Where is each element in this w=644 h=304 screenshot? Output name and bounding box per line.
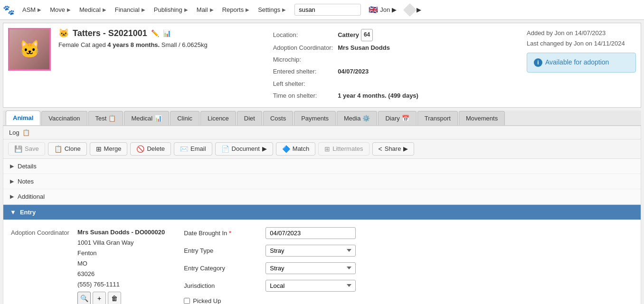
diary-icon: 📅 — [402, 115, 409, 122]
details-section-header[interactable]: ▶ Details — [3, 159, 641, 174]
user-arrow: ▶ — [392, 6, 397, 13]
merge-icon: ⊞ — [96, 145, 102, 153]
location-badge: 64 — [361, 29, 373, 41]
match-button[interactable]: 🔷 Match — [276, 142, 315, 156]
medical-icon: 📊 — [154, 115, 162, 122]
animal-header: 🐱 🐱 Tatters - S2021001 ✏️ 📊 Female Cat a… — [3, 23, 641, 108]
picked-up-label: Picked Up — [193, 297, 221, 304]
flag-icon: 🇬🇧 — [369, 5, 378, 14]
coordinator-delete-button[interactable]: 🗑 — [108, 292, 121, 304]
document-icon: 📄 — [221, 145, 229, 153]
user-name: Jon — [380, 6, 390, 13]
tab-vaccination[interactable]: Vaccination — [41, 111, 87, 125]
littermates-button[interactable]: ⊞ Littermates — [318, 142, 369, 156]
nav-publishing[interactable]: Publishing ▶ — [150, 4, 192, 15]
added-by: Added by Jon on 14/07/2023 — [527, 28, 636, 38]
clone-icon: 📋 — [54, 145, 62, 153]
tab-licence[interactable]: Licence — [200, 111, 236, 125]
save-button[interactable]: 💾 Save — [8, 142, 45, 156]
nav-financial-arrow: ▶ — [142, 7, 145, 12]
nav-settings[interactable]: Settings ▶ — [254, 4, 290, 15]
share-icon: < — [379, 145, 382, 153]
entry-fields: Date Brought In * Entry Type Stray Entry… — [184, 227, 633, 304]
nav-move-arrow: ▶ — [67, 7, 71, 12]
available-badge: i Available for adoption — [527, 53, 636, 73]
animal-info: 🐱 Tatters - S2021001 ✏️ 📊 Female Cat age… — [58, 28, 265, 48]
tab-diary[interactable]: Diary 📅 — [378, 111, 416, 125]
email-button[interactable]: ✉️ Email — [174, 142, 212, 156]
user-menu[interactable]: 🇬🇧 Jon ▶ — [365, 3, 400, 16]
tab-media[interactable]: Media ⚙️ — [337, 111, 377, 125]
coordinator-add-button[interactable]: + — [93, 292, 106, 304]
required-star: * — [229, 230, 231, 237]
tab-animal[interactable]: Animal — [6, 111, 40, 125]
entry-section: ▼ Entry Adoption Coordinator Mrs Susan D… — [3, 205, 641, 304]
entry-category-select[interactable]: Stray — [265, 262, 356, 274]
nav-asm-arrow: ▶ — [38, 7, 41, 12]
entry-arrow-icon: ▼ — [10, 209, 16, 216]
coordinator-search-button[interactable]: 🔍 — [77, 292, 91, 304]
merge-button[interactable]: ⊞ Merge — [90, 142, 128, 156]
tab-clinic[interactable]: Clinic — [170, 111, 199, 125]
save-icon: 💾 — [14, 145, 22, 153]
clone-button[interactable]: 📋 Clone — [48, 142, 87, 156]
date-brought-in-row: Date Brought In * — [184, 227, 633, 239]
animal-location-block: Location: Cattery 64 Adoption Coordinato… — [272, 28, 519, 102]
nav-asm[interactable]: ASM ▶ — [19, 4, 45, 15]
delete-button[interactable]: 🚫 Delete — [130, 142, 171, 156]
entry-section-header[interactable]: ▼ Entry — [3, 205, 641, 220]
nav-settings-arrow: ▶ — [282, 7, 286, 12]
additional-section-header[interactable]: ▶ Additional — [3, 189, 641, 204]
media-icon: ⚙️ — [362, 115, 370, 122]
nav-move[interactable]: Move ▶ — [46, 4, 75, 15]
notes-arrow: ▶ — [10, 178, 14, 184]
delete-icon: 🚫 — [136, 145, 144, 153]
sections-container: ▶ Details ▶ Notes ▶ Additional — [3, 159, 641, 205]
tab-movements[interactable]: Movements — [459, 111, 505, 125]
animal-photo[interactable]: 🐱 — [8, 28, 51, 71]
tab-costs[interactable]: Costs — [263, 111, 293, 125]
nav-financial[interactable]: Financial ▶ — [111, 4, 149, 15]
nav-reports[interactable]: Reports ▶ — [218, 4, 254, 15]
date-brought-in-input[interactable] — [265, 227, 356, 239]
last-changed: Last changed by Jon on 14/11/2024 — [527, 38, 636, 49]
document-button[interactable]: 📄 Document ▶ — [215, 142, 273, 156]
entry-category-row: Entry Category Stray — [184, 262, 633, 274]
search-input[interactable] — [294, 4, 361, 16]
picked-up-checkbox[interactable] — [184, 298, 190, 304]
date-label: Date Brought In * — [184, 230, 260, 237]
location-table: Location: Cattery 64 Adoption Coordinato… — [272, 28, 419, 102]
jurisdiction-select[interactable]: Local — [265, 280, 356, 292]
email-icon: ✉️ — [180, 145, 188, 153]
coordinator-row: Adoption Coordinator Mrs Susan Dodds - D… — [11, 227, 165, 304]
toolbar: 💾 Save 📋 Clone ⊞ Merge 🚫 Delete ✉️ Email… — [3, 139, 641, 159]
location-value: Cattery 64 — [338, 29, 418, 41]
notes-section-header[interactable]: ▶ Notes — [3, 174, 641, 189]
nav-mail[interactable]: Mail ▶ — [193, 4, 218, 15]
entry-type-select[interactable]: Stray — [265, 245, 356, 257]
nav-medical[interactable]: Medical ▶ — [76, 4, 110, 15]
jurisdiction-row: Jurisdiction Local — [184, 280, 633, 292]
grid-icon[interactable]: 📊 — [163, 29, 171, 37]
log-label[interactable]: Log — [9, 129, 19, 136]
nav-medical-arrow: ▶ — [103, 7, 106, 12]
share-arrow: ▶ — [403, 145, 408, 152]
littermates-icon: ⊞ — [324, 145, 330, 153]
additional-arrow: ▶ — [10, 193, 14, 200]
picked-up-row: Picked Up — [184, 297, 633, 304]
diamond-menu[interactable]: ▶ — [401, 3, 425, 17]
entry-body: Adoption Coordinator Mrs Susan Dodds - D… — [3, 220, 641, 304]
nav-reports-arrow: ▶ — [246, 7, 249, 12]
info-icon: i — [534, 58, 542, 67]
tab-test[interactable]: Test 📋 — [88, 111, 123, 125]
tab-payments[interactable]: Payments — [294, 111, 336, 125]
person-address: Mrs Susan Dodds - DO000020 1001 Villa Gr… — [77, 227, 165, 290]
tab-diet[interactable]: Diet — [237, 111, 262, 125]
animal-name: 🐱 Tatters - S2021001 ✏️ 📊 — [58, 28, 265, 38]
tab-transport[interactable]: Transport — [417, 111, 458, 125]
top-navigation: 🐾 ASM ▶ Move ▶ Medical ▶ Financial ▶ Pub… — [0, 0, 644, 20]
share-button[interactable]: < Share ▶ — [372, 142, 415, 156]
edit-icon[interactable]: ✏️ — [151, 29, 159, 37]
tab-medical[interactable]: Medical 📊 — [124, 111, 169, 125]
animal-photo-placeholder: 🐱 — [9, 29, 49, 69]
